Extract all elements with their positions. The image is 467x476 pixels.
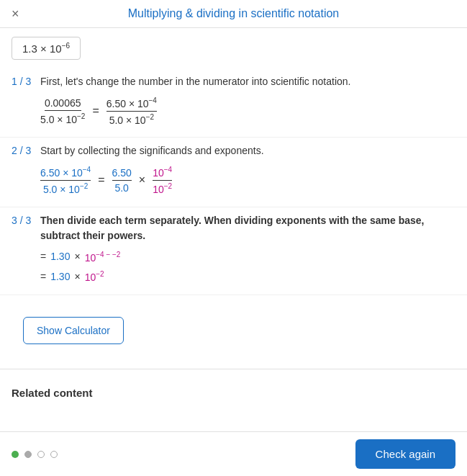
step-1-math: 0.00065 5.0 × 10−2 = 6.50 × 10−4 5.0 × 1… [40,96,455,125]
equals-1: = [92,104,99,117]
check-again-button[interactable]: Check again [355,439,455,469]
bottom-bar: Check again [0,431,467,476]
equals-2: = [98,174,104,187]
fraction-3: 6.50 × 10−4 5.0 × 10−2 [40,166,91,194]
frac4a-den: 5.0 [114,181,128,194]
answer-box: 1.3 × 10−6 [0,28,467,68]
divider-1 [0,369,467,369]
step3-times1: × [74,251,80,262]
step-3-row: 3 / 3 Then divide each term separately. … [0,207,467,295]
step3-exp2: 10−2 [85,270,104,283]
progress-dots [12,451,58,458]
dot-4 [50,451,58,458]
frac1-den: 5.0 × 10−2 [40,111,85,125]
step3-val2: 1.30 [50,271,70,282]
fraction-1: 0.00065 5.0 × 10−2 [40,97,85,125]
step-2-row: 2 / 3 Start by collecting the significan… [0,138,467,207]
related-content-section: Related content [0,377,467,412]
frac3-num: 6.50 × 10−4 [40,166,91,181]
dot-2 [24,451,32,458]
step3-times2: × [74,271,80,282]
frac4a-num: 6.50 [112,167,132,181]
step3-prefix2: = [40,271,46,282]
step-1-content: First, let's change the number in the nu… [40,74,455,131]
step-3-description: Then divide each term separately. When d… [40,213,455,243]
show-calculator-button[interactable]: Show Calculator [23,317,124,344]
close-icon[interactable]: × [12,6,19,22]
frac2-den: 5.0 × 10−2 [109,112,154,126]
dot-3 [37,451,45,458]
step3-exp1: 10−4 − −2 [85,251,121,264]
frac3-den: 5.0 × 10−2 [43,181,88,195]
step-2-description: Start by collecting the significands and… [40,143,455,158]
page-title: Multiplying & dividing in scientific not… [128,7,339,20]
related-content-title: Related content [12,387,455,399]
frac1-num: 0.00065 [45,97,81,111]
step-3-content: Then divide each term separately. When d… [40,213,455,289]
step3-prefix1: = [40,251,46,262]
step-1-description: First, let's change the number in the nu… [40,74,455,89]
frac4b-den: 10−2 [153,181,172,195]
step-3-number: 3 / 3 [12,213,40,289]
fraction-4b: 10−4 10−2 [153,166,172,194]
step-3-line1: = 1.30 × 10−4 − −2 [40,251,455,264]
answer-value: 1.3 × 10−6 [22,42,70,55]
show-calculator-section: Show Calculator [0,302,467,362]
frac4b-num: 10−4 [153,166,172,181]
frac2-num: 6.50 × 10−4 [106,96,157,112]
fraction-4a: 6.50 5.0 [112,167,132,194]
step-2-number: 2 / 3 [12,143,40,200]
step-2-math: 6.50 × 10−4 5.0 × 10−2 = 6.50 5.0 × 10−4… [40,166,455,194]
header: × Multiplying & dividing in scientific n… [0,0,467,28]
step-1-row: 1 / 3 First, let's change the number in … [0,68,467,138]
dot-1 [12,451,19,458]
fraction-2: 6.50 × 10−4 5.0 × 10−2 [106,96,157,125]
step3-val1: 1.30 [50,251,70,262]
times-2: × [139,174,145,187]
step-2-content: Start by collecting the significands and… [40,143,455,200]
step-1-number: 1 / 3 [12,74,40,131]
steps-container: 1 / 3 First, let's change the number in … [0,68,467,302]
step-3-line2: = 1.30 × 10−2 [40,270,455,283]
